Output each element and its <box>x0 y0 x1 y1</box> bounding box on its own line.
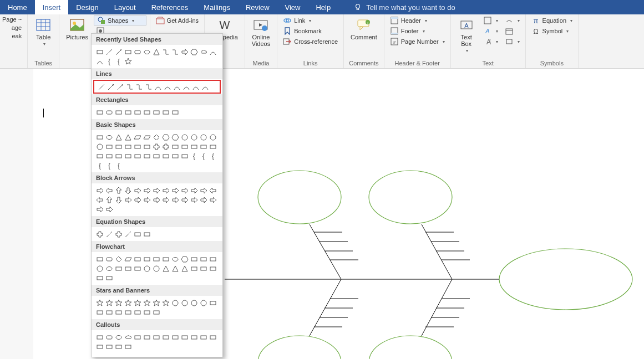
symbol-button[interactable]: Ω Symbol <box>529 26 575 36</box>
shape-star[interactable] <box>123 57 133 66</box>
shape-arrowR[interactable] <box>180 47 189 57</box>
shape-rect[interactable] <box>114 142 123 151</box>
shape-star[interactable] <box>95 298 104 307</box>
shape-arrowR[interactable] <box>170 186 180 195</box>
tab-insert[interactable]: Insert <box>35 0 69 14</box>
tab-review[interactable]: Review <box>238 0 277 14</box>
shape-rect[interactable] <box>123 151 133 161</box>
shape-rect[interactable] <box>104 273 114 283</box>
shape-curve[interactable] <box>191 82 200 91</box>
shape-diamond[interactable] <box>151 132 161 142</box>
shape-rect[interactable] <box>208 142 217 151</box>
shape-triangle[interactable] <box>123 132 133 142</box>
tab-home[interactable]: Home <box>0 0 35 14</box>
textbox-button[interactable]: A Text Box <box>454 16 479 55</box>
shape-brace[interactable]: { <box>189 151 199 161</box>
shape-triangle[interactable] <box>151 47 161 57</box>
shape-elbow[interactable] <box>134 82 144 91</box>
shape-arrowR[interactable] <box>133 195 142 204</box>
shape-rect[interactable] <box>95 273 104 283</box>
shape-curve[interactable] <box>95 57 104 66</box>
shape-star[interactable] <box>104 298 114 307</box>
shape-elbow[interactable] <box>161 47 170 57</box>
shape-line[interactable] <box>97 82 106 91</box>
shape-arrowR[interactable] <box>133 186 142 195</box>
get-addins-button[interactable]: Get Add-ins <box>154 16 201 25</box>
shape-brace[interactable]: { <box>95 161 104 170</box>
shape-rect[interactable] <box>123 342 133 351</box>
shape-arrowR[interactable] <box>189 195 199 204</box>
shape-ellipse[interactable] <box>104 132 114 142</box>
shape-rect[interactable] <box>180 142 189 151</box>
shape-rect[interactable] <box>123 264 133 273</box>
shape-roundrect[interactable] <box>133 47 142 57</box>
page-break[interactable]: eak <box>9 32 24 40</box>
shape-rect[interactable] <box>95 342 104 351</box>
shape-roundrect[interactable] <box>104 107 114 117</box>
comment-button[interactable]: + Comment <box>347 16 381 42</box>
shape-triangle[interactable] <box>161 264 170 273</box>
shape-arrowR[interactable] <box>142 186 151 195</box>
shape-rect[interactable] <box>142 107 151 117</box>
shape-plus[interactable] <box>151 142 161 151</box>
header-button[interactable]: Header <box>388 16 447 25</box>
shape-rect[interactable] <box>95 47 104 57</box>
shape-arrowR[interactable] <box>170 195 180 204</box>
shape-star[interactable] <box>151 298 161 307</box>
drop-cap-button[interactable]: A <box>481 37 500 47</box>
shape-circle[interactable] <box>95 264 104 273</box>
shape-arrowR[interactable] <box>189 186 199 195</box>
shape-rect[interactable] <box>199 142 208 151</box>
shape-rect[interactable] <box>170 142 180 151</box>
tab-mailings[interactable]: Mailings <box>196 0 238 14</box>
shape-rect[interactable] <box>142 142 151 151</box>
table-button[interactable]: Table <box>31 16 55 48</box>
shape-rect[interactable] <box>104 342 114 351</box>
shape-circle[interactable] <box>170 298 180 307</box>
wordart-button[interactable]: A <box>481 26 500 36</box>
shape-rect[interactable] <box>170 332 180 342</box>
shape-circle[interactable] <box>142 264 151 273</box>
shape-rect[interactable] <box>189 142 199 151</box>
footer-button[interactable]: Footer <box>388 26 447 36</box>
shape-rect[interactable] <box>161 254 170 264</box>
shape-star[interactable] <box>123 298 133 307</box>
shape-rect[interactable] <box>114 264 123 273</box>
shape-circle[interactable] <box>199 298 208 307</box>
tab-layout[interactable]: Layout <box>107 0 144 14</box>
shape-triangle[interactable] <box>180 264 189 273</box>
equation-button[interactable]: π Equation <box>529 16 575 25</box>
shape-arrowU[interactable] <box>104 195 114 204</box>
shape-triangle[interactable] <box>114 132 123 142</box>
shape-rect[interactable] <box>133 332 142 342</box>
shape-arrowU[interactable] <box>114 186 123 195</box>
shape-arrowR[interactable] <box>151 186 161 195</box>
shape-rect[interactable] <box>123 107 133 117</box>
shape-arrowD[interactable] <box>114 195 123 204</box>
shape-star[interactable] <box>114 298 123 307</box>
shape-arrowR[interactable] <box>95 204 104 214</box>
shape-ellipse[interactable] <box>114 332 123 342</box>
shape-brace[interactable]: { <box>104 57 114 66</box>
shape-roundrect[interactable] <box>104 332 114 342</box>
shape-rect[interactable] <box>208 298 217 307</box>
shape-brace[interactable]: { <box>114 57 123 66</box>
shape-rect[interactable] <box>170 107 180 117</box>
shapes-button[interactable]: Shapes <box>94 16 146 25</box>
online-videos-button[interactable]: Online Videos <box>249 16 273 49</box>
shape-line[interactable] <box>104 229 114 239</box>
shape-rect[interactable] <box>133 264 142 273</box>
shape-triangle[interactable] <box>170 264 180 273</box>
page-number-button[interactable]: # Page Number <box>388 37 447 47</box>
shape-rect[interactable] <box>151 307 161 317</box>
shape-rect[interactable] <box>189 332 199 342</box>
shape-rect[interactable] <box>123 142 133 151</box>
shape-elbow[interactable] <box>144 82 153 91</box>
shape-rect[interactable] <box>180 151 189 161</box>
shape-rect[interactable] <box>161 107 170 117</box>
shape-rect[interactable] <box>95 332 104 342</box>
shape-rect[interactable] <box>161 332 170 342</box>
shape-para[interactable] <box>142 132 151 142</box>
shape-arrowD[interactable] <box>123 186 133 195</box>
bookmark-button[interactable]: Bookmark <box>281 26 340 36</box>
